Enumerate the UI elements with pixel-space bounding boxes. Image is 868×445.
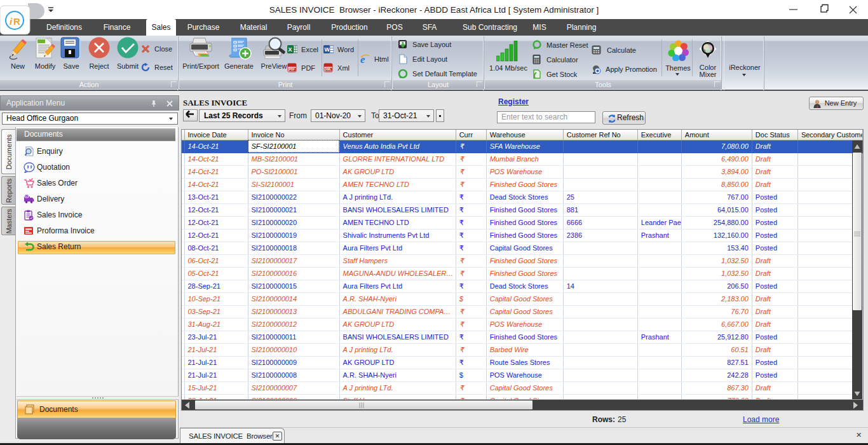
svg-text:W: W [325, 46, 330, 53]
svg-text:XML: XML [325, 68, 332, 71]
svg-text:X: X [288, 46, 292, 53]
svg-text:R: R [13, 16, 20, 27]
svg-text:PDF: PDF [289, 68, 295, 71]
